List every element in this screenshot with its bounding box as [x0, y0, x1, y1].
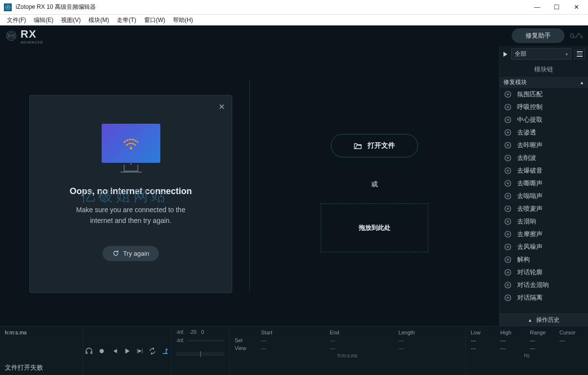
module-item[interactable]: 对话隔离 [500, 291, 588, 304]
meter-cell: -Inf. -20 0 -Inf. [171, 327, 230, 375]
main-row: ✕ Oops, no internet connection [0, 46, 588, 326]
open-file-button[interactable]: 打开文件 [331, 134, 418, 157]
scrub-bar[interactable] [176, 352, 224, 356]
module-icon [503, 243, 512, 251]
folder-icon [354, 142, 362, 149]
menu-transport[interactable]: 走带(T) [113, 15, 140, 25]
app-body: RX ADVANCED 修复助手 ✕ [0, 25, 588, 375]
module-item[interactable]: 去咔嚓声 [500, 139, 588, 152]
repair-assistant-button[interactable]: 修复助手 [512, 28, 565, 43]
module-item[interactable]: 去削波 [500, 152, 588, 164]
low-value: — [471, 337, 495, 343]
meter-label-2: -20 [189, 330, 196, 335]
row-sel: Sel [235, 337, 254, 343]
wifi-off-icon [121, 135, 141, 151]
menu-window[interactable]: 窗口(W) [140, 15, 169, 25]
module-item[interactable]: 中心提取 [500, 113, 588, 126]
module-item[interactable]: 对话轮廓 [500, 266, 588, 279]
minimize-button[interactable]: — [533, 3, 541, 11]
module-item[interactable]: 去混响 [500, 215, 588, 228]
rewind-button[interactable] [110, 347, 119, 355]
svg-point-23 [99, 349, 104, 353]
headphones-button[interactable] [85, 347, 93, 355]
module-label: 对话轮廓 [517, 268, 543, 277]
logo: RX ADVANCED [5, 28, 43, 44]
logo-swirl-icon [5, 29, 18, 42]
transport-cell [83, 327, 171, 375]
history-footer[interactable]: ▲ 操作历史 [500, 313, 588, 326]
module-item[interactable]: 去嘶嘶声 [500, 177, 588, 190]
col-range: Range [530, 330, 554, 335]
panel-section-header[interactable]: 修复模块 ▲ [500, 77, 588, 88]
monitor-stand [124, 165, 138, 172]
view-start-value: — [261, 345, 323, 351]
module-icon [503, 217, 512, 226]
cursor-value: — [560, 337, 584, 343]
module-item[interactable]: 氛围匹配 [500, 88, 588, 101]
module-label: 去风噪声 [517, 243, 543, 251]
dropzone[interactable]: 拖放到此处 [321, 203, 428, 252]
record-button[interactable] [97, 347, 106, 355]
view-end-value: — [330, 345, 392, 351]
follow-playhead-button[interactable] [161, 347, 170, 355]
try-again-button[interactable]: Try again [103, 246, 159, 261]
file-status: 文件打开失败 [5, 363, 78, 372]
module-icon [503, 179, 512, 188]
menu-file[interactable]: 文件(F) [3, 15, 30, 25]
col-start: Start [261, 330, 323, 335]
module-item[interactable]: 去嗡嗡声 [500, 190, 588, 202]
module-item[interactable]: 去爆破音 [500, 164, 588, 177]
module-item[interactable]: 对话去混响 [500, 279, 588, 291]
list-view-button[interactable] [574, 49, 585, 59]
high-value-2: — [501, 345, 524, 351]
menu-modules[interactable]: 模块(M) [85, 15, 113, 25]
module-icon [503, 255, 512, 264]
module-item[interactable]: 去喷麦声 [500, 202, 588, 215]
module-label: 去嘶嘶声 [517, 179, 543, 188]
sel-length-value: — [398, 337, 460, 343]
window-controls: — ☐ ✕ [533, 3, 580, 11]
loop-button[interactable] [148, 347, 157, 355]
time-format[interactable]: h:m:s.ms [5, 330, 78, 335]
module-label: 中心提取 [517, 115, 543, 124]
maximize-button[interactable]: ☐ [553, 3, 561, 11]
col-length: Length [398, 330, 460, 335]
module-icon [503, 141, 512, 150]
module-item[interactable]: 去风噪声 [500, 241, 588, 253]
module-label: 去嗡嗡声 [517, 192, 543, 200]
offline-title: Oops, no internet connection [69, 186, 192, 197]
window-title: iZotope RX 10 高级音频编辑器 [16, 3, 533, 11]
dropzone-label: 拖放到此处 [359, 223, 391, 232]
waveform-icon[interactable] [569, 29, 583, 43]
high-value: — [501, 337, 524, 343]
menu-help[interactable]: 帮助(H) [169, 15, 197, 25]
try-again-label: Try again [123, 250, 150, 257]
panel-subtitle: 模块链 [500, 62, 588, 77]
module-icon [503, 293, 512, 302]
panel-header: 全部 ▾ [500, 46, 588, 62]
close-icon[interactable]: ✕ [218, 102, 225, 111]
module-item[interactable]: 去渗透 [500, 126, 588, 139]
level-meter [187, 340, 224, 342]
module-label: 对话去混响 [517, 281, 549, 289]
play-selection-button[interactable] [135, 347, 144, 355]
range-value: — [530, 337, 554, 343]
menu-edit[interactable]: 编辑(E) [30, 15, 57, 25]
collapse-up-icon: ▲ [528, 318, 532, 323]
close-button[interactable]: ✕ [572, 3, 580, 11]
top-strip: RX ADVANCED 修复助手 [0, 25, 588, 46]
menu-view[interactable]: 视图(V) [57, 15, 85, 25]
module-label: 去渗透 [517, 128, 536, 137]
hz-unit: Hz [471, 353, 583, 358]
module-icon [503, 230, 512, 239]
range-value-2: — [530, 345, 554, 351]
module-filter-select[interactable]: 全部 ▾ [511, 48, 571, 60]
module-item[interactable]: 呼吸控制 [500, 101, 588, 113]
play-icon[interactable] [502, 51, 508, 57]
row-view: View [235, 345, 254, 351]
menubar: 文件(F) 编辑(E) 视图(V) 模块(M) 走带(T) 窗口(W) 帮助(H… [0, 15, 588, 25]
play-button[interactable] [123, 347, 131, 355]
module-item[interactable]: 去摩擦声 [500, 228, 588, 241]
module-item[interactable]: 解构 [500, 253, 588, 266]
view-length-value: — [398, 345, 460, 351]
